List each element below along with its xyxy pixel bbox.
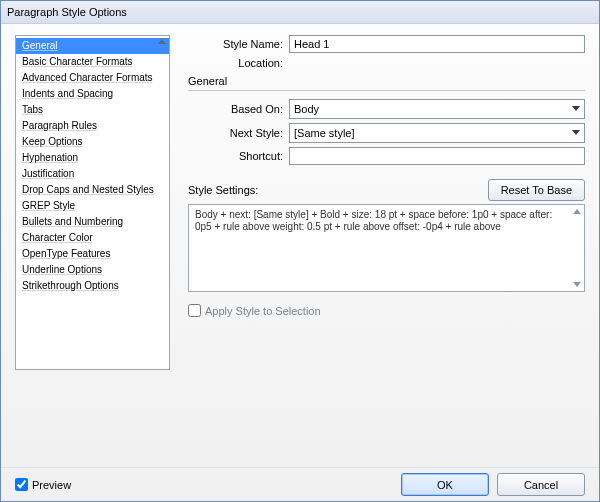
next-style-value: [Same style]	[294, 127, 355, 139]
location-label: Location:	[188, 57, 289, 69]
sidebar-item[interactable]: Character Color	[16, 230, 169, 246]
preview-toggle[interactable]: Preview	[15, 478, 71, 491]
apply-checkbox[interactable]	[188, 304, 201, 317]
cancel-button[interactable]: Cancel	[497, 473, 585, 496]
preview-checkbox[interactable]	[15, 478, 28, 491]
dialog-footer: Preview OK Cancel	[1, 467, 599, 501]
reset-to-base-button[interactable]: Reset To Base	[488, 179, 585, 201]
style-name-label: Style Name:	[188, 38, 289, 50]
shortcut-input[interactable]	[289, 147, 585, 165]
chevron-down-icon	[572, 130, 580, 135]
scroll-down-icon[interactable]	[573, 282, 581, 287]
sidebar-item[interactable]: Basic Character Formats	[16, 54, 169, 70]
sidebar-item[interactable]: Justification	[16, 166, 169, 182]
sidebar-item[interactable]: Bullets and Numbering	[16, 214, 169, 230]
next-style-select[interactable]: [Same style]	[289, 123, 585, 143]
sidebar-item[interactable]: Paragraph Rules	[16, 118, 169, 134]
style-name-input[interactable]	[289, 35, 585, 53]
scroll-up-icon	[158, 39, 166, 44]
sidebar-item[interactable]: Indents and Spacing	[16, 86, 169, 102]
based-on-select[interactable]: Body	[289, 99, 585, 119]
style-settings-label: Style Settings:	[188, 184, 258, 196]
titlebar: Paragraph Style Options	[1, 1, 599, 24]
based-on-value: Body	[294, 103, 319, 115]
sidebar-item[interactable]: General	[16, 38, 169, 54]
style-settings-box[interactable]: Body + next: [Same style] + Bold + size:…	[188, 204, 585, 292]
based-on-label: Based On:	[188, 103, 289, 115]
ok-button[interactable]: OK	[401, 473, 489, 496]
sidebar-item[interactable]: Drop Caps and Nested Styles	[16, 182, 169, 198]
sidebar-item[interactable]: Tabs	[16, 102, 169, 118]
sidebar-item[interactable]: GREP Style	[16, 198, 169, 214]
sidebar-item[interactable]: OpenType Features	[16, 246, 169, 262]
section-title: General	[188, 73, 585, 91]
chevron-down-icon	[572, 106, 580, 111]
next-style-label: Next Style:	[188, 127, 289, 139]
paragraph-style-options-dialog: Paragraph Style Options GeneralBasic Cha…	[0, 0, 600, 502]
sidebar-item[interactable]: Underline Options	[16, 262, 169, 278]
preview-label: Preview	[32, 479, 71, 491]
scroll-up-icon[interactable]	[573, 209, 581, 214]
sidebar-item[interactable]: Keep Options	[16, 134, 169, 150]
apply-style-to-selection[interactable]: Apply Style to Selection	[188, 304, 585, 317]
shortcut-label: Shortcut:	[188, 150, 289, 162]
main-panel: Style Name: Location: General Based On: …	[170, 35, 585, 461]
apply-label: Apply Style to Selection	[205, 305, 321, 317]
sidebar-item[interactable]: Advanced Character Formats	[16, 70, 169, 86]
category-list[interactable]: GeneralBasic Character FormatsAdvanced C…	[15, 35, 170, 370]
window-title: Paragraph Style Options	[7, 6, 127, 18]
sidebar-item[interactable]: Hyphenation	[16, 150, 169, 166]
sidebar-item[interactable]: Strikethrough Options	[16, 278, 169, 294]
style-settings-text: Body + next: [Same style] + Bold + size:…	[195, 209, 552, 232]
